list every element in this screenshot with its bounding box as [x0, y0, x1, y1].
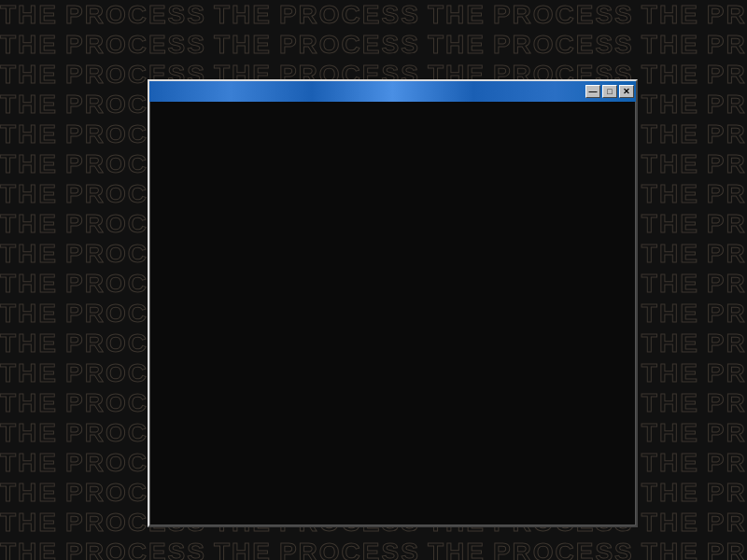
bg-word-the: THE [641, 62, 699, 88]
bg-word-the: THE [0, 450, 58, 476]
bg-word-the: THE [641, 390, 699, 416]
bg-word-the: THE [428, 2, 486, 28]
bg-word-the: THE [0, 2, 58, 28]
bg-word-the: THE [0, 32, 58, 58]
bg-word-the: THE [641, 420, 699, 446]
bg-word-process: PROCESS [707, 360, 747, 386]
bg-word-the: THE [0, 390, 58, 416]
bg-word-process: PROCESS [707, 181, 747, 207]
bg-word-process: PROCESS [493, 539, 634, 560]
bg-word-the: THE [641, 510, 699, 536]
bg-word-the: THE [641, 2, 699, 28]
bg-word-process: PROCESS [707, 480, 747, 506]
bg-word-process: PROCESS [707, 450, 747, 476]
bg-word-the: THE [0, 539, 58, 560]
bg-word-the: THE [0, 181, 58, 207]
bg-word-the: THE [641, 241, 699, 267]
bg-word-process: PROCESS [65, 32, 206, 58]
bg-word-the: THE [0, 151, 58, 177]
bg-word-process: PROCESS [707, 271, 747, 297]
bg-text-row: THEPROCESSTHEPROCESSTHEPROCESSTHEPROCESS… [0, 30, 747, 60]
bg-word-the: THE [641, 211, 699, 237]
bg-word-the: THE [641, 330, 699, 357]
bg-word-the: THE [641, 271, 699, 297]
bg-word-the: THE [641, 32, 699, 58]
bg-word-the: THE [214, 2, 272, 28]
bg-word-process: PROCESS [707, 330, 747, 357]
bg-text-row: THEPROCESSTHEPROCESSTHEPROCESSTHEPROCESS… [0, 538, 747, 560]
bg-word-the: THE [0, 330, 58, 357]
bg-word-the: THE [641, 539, 699, 560]
bg-word-process: PROCESS [707, 510, 747, 536]
bg-word-the: THE [0, 91, 58, 118]
bg-word-the: THE [641, 450, 699, 476]
bg-word-the: THE [641, 121, 699, 147]
bg-word-process: PROCESS [493, 32, 634, 58]
bg-word-the: THE [0, 360, 58, 386]
title-bar: — □ ✕ [149, 81, 636, 102]
bg-word-the: THE [0, 301, 58, 327]
bg-word-the: THE [0, 420, 58, 446]
bg-word-the: THE [641, 151, 699, 177]
bg-word-the: THE [641, 360, 699, 386]
bg-word-the: THE [214, 539, 272, 560]
bg-word-the: THE [0, 510, 58, 536]
bg-word-the: THE [641, 301, 699, 327]
bg-word-process: PROCESS [279, 539, 420, 560]
bg-word-process: PROCESS [707, 301, 747, 327]
bg-word-process: PROCESS [707, 420, 747, 446]
bg-word-the: THE [641, 480, 699, 506]
bg-word-the: THE [641, 181, 699, 207]
bg-text-row: THEPROCESSTHEPROCESSTHEPROCESSTHEPROCESS… [0, 0, 747, 30]
bg-word-process: PROCESS [707, 121, 747, 147]
bg-word-the: THE [641, 91, 699, 118]
window-content [149, 102, 636, 525]
bg-word-the: THE [0, 211, 58, 237]
bg-word-the: THE [428, 539, 486, 560]
bg-word-process: PROCESS [707, 32, 747, 58]
bg-word-process: PROCESS [707, 91, 747, 118]
bg-word-process: PROCESS [279, 32, 420, 58]
close-button[interactable]: ✕ [619, 85, 634, 98]
bg-word-process: PROCESS [707, 62, 747, 88]
bg-word-the: THE [214, 32, 272, 58]
bg-word-the: THE [0, 271, 58, 297]
bg-word-the: THE [428, 32, 486, 58]
bg-word-process: PROCESS [707, 390, 747, 416]
bg-word-process: PROCESS [707, 539, 747, 560]
main-window: — □ ✕ [148, 79, 638, 527]
bg-word-process: PROCESS [707, 211, 747, 237]
bg-word-process: PROCESS [279, 2, 420, 28]
bg-word-the: THE [0, 62, 58, 88]
bg-word-the: THE [0, 241, 58, 267]
bg-word-process: PROCESS [65, 539, 206, 560]
maximize-button[interactable]: □ [602, 85, 617, 98]
bg-word-process: PROCESS [707, 241, 747, 267]
window-controls: — □ ✕ [585, 85, 634, 98]
bg-word-process: PROCESS [493, 2, 634, 28]
bg-word-the: THE [0, 121, 58, 147]
bg-word-process: PROCESS [707, 2, 747, 28]
bg-word-process: PROCESS [65, 2, 206, 28]
bg-word-process: PROCESS [707, 151, 747, 177]
minimize-button[interactable]: — [585, 85, 600, 98]
bg-word-the: THE [0, 480, 58, 506]
